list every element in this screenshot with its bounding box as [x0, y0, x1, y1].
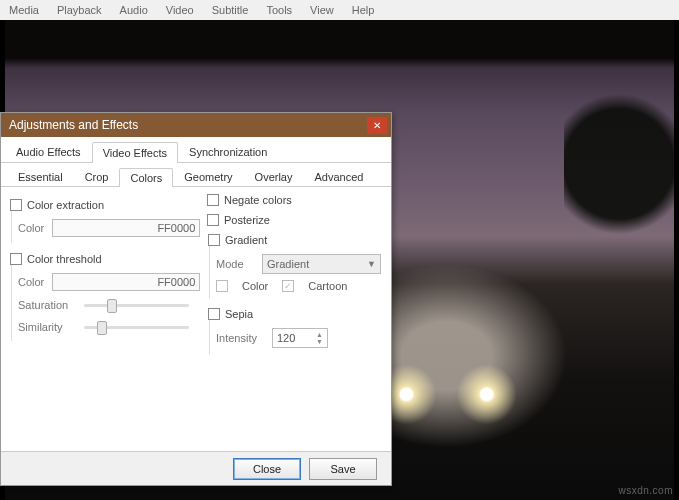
color-extraction-group: Color extraction Color [11, 199, 189, 243]
saturation-label: Saturation [18, 299, 76, 311]
tab-synchronization[interactable]: Synchronization [178, 141, 278, 162]
subtab-advanced[interactable]: Advanced [303, 167, 374, 186]
subtab-colors[interactable]: Colors [119, 168, 173, 187]
video-effects-subtabs: Essential Crop Colors Geometry Overlay A… [1, 163, 391, 187]
subtab-essential[interactable]: Essential [7, 167, 74, 186]
main-tabs: Audio Effects Video Effects Synchronizat… [1, 137, 391, 163]
menu-playback[interactable]: Playback [48, 4, 111, 16]
tab-video-effects[interactable]: Video Effects [92, 142, 178, 163]
extraction-color-label: Color [18, 222, 44, 234]
gradient-cartoon-checkbox[interactable]: ✓ [282, 280, 294, 292]
adjustments-effects-dialog: Adjustments and Effects ✕ Audio Effects … [0, 112, 392, 486]
sepia-intensity-stepper[interactable]: 120 ▲▼ [272, 328, 328, 348]
save-button[interactable]: Save [309, 458, 377, 480]
stepper-arrows-icon: ▲▼ [316, 331, 323, 345]
gradient-label: Gradient [225, 234, 267, 246]
similarity-slider[interactable] [84, 319, 189, 335]
sepia-group: Sepia Intensity 120 ▲▼ [209, 308, 381, 354]
dialog-button-bar: Close Save [1, 451, 391, 485]
colors-panel: Color extraction Color Color threshold C… [1, 187, 391, 451]
posterize-checkbox[interactable] [207, 214, 219, 226]
menu-video[interactable]: Video [157, 4, 203, 16]
subtab-crop[interactable]: Crop [74, 167, 120, 186]
dialog-title: Adjustments and Effects [9, 118, 138, 132]
color-extraction-checkbox[interactable] [10, 199, 22, 211]
threshold-color-field[interactable] [52, 273, 200, 291]
chevron-down-icon: ▼ [367, 259, 376, 269]
subtab-overlay[interactable]: Overlay [244, 167, 304, 186]
gradient-color-label: Color [242, 280, 268, 292]
posterize-label: Posterize [224, 214, 270, 226]
similarity-label: Similarity [18, 321, 76, 333]
menu-help[interactable]: Help [343, 4, 384, 16]
menu-tools[interactable]: Tools [257, 4, 301, 16]
sepia-intensity-value: 120 [277, 332, 295, 344]
gradient-checkbox[interactable] [208, 234, 220, 246]
gradient-mode-label: Mode [216, 258, 254, 270]
color-threshold-group: Color threshold Color Saturation Similar… [11, 253, 189, 341]
watermark: wsxdn.com [618, 485, 673, 496]
threshold-color-label: Color [18, 276, 44, 288]
menu-audio[interactable]: Audio [111, 4, 157, 16]
negate-checkbox[interactable] [207, 194, 219, 206]
extraction-color-field[interactable] [52, 219, 200, 237]
gradient-group: Gradient Mode Gradient ▼ Color ✓ Cartoon [209, 234, 381, 298]
color-extraction-label: Color extraction [27, 199, 104, 211]
gradient-mode-value: Gradient [267, 258, 309, 270]
tab-audio-effects[interactable]: Audio Effects [5, 141, 92, 162]
menu-view[interactable]: View [301, 4, 343, 16]
color-threshold-label: Color threshold [27, 253, 102, 265]
gradient-color-checkbox[interactable] [216, 280, 228, 292]
color-threshold-checkbox[interactable] [10, 253, 22, 265]
dialog-titlebar[interactable]: Adjustments and Effects ✕ [1, 113, 391, 137]
menu-subtitle[interactable]: Subtitle [203, 4, 258, 16]
scene-tree [564, 80, 674, 360]
menu-media[interactable]: Media [0, 4, 48, 16]
gradient-cartoon-label: Cartoon [308, 280, 347, 292]
close-icon[interactable]: ✕ [367, 117, 387, 134]
app-menubar: Media Playback Audio Video Subtitle Tool… [0, 0, 679, 20]
negate-label: Negate colors [224, 194, 292, 206]
sepia-intensity-label: Intensity [216, 332, 264, 344]
gradient-mode-dropdown[interactable]: Gradient ▼ [262, 254, 381, 274]
saturation-slider[interactable] [84, 297, 189, 313]
sepia-checkbox[interactable] [208, 308, 220, 320]
close-button[interactable]: Close [233, 458, 301, 480]
subtab-geometry[interactable]: Geometry [173, 167, 243, 186]
sepia-label: Sepia [225, 308, 253, 320]
